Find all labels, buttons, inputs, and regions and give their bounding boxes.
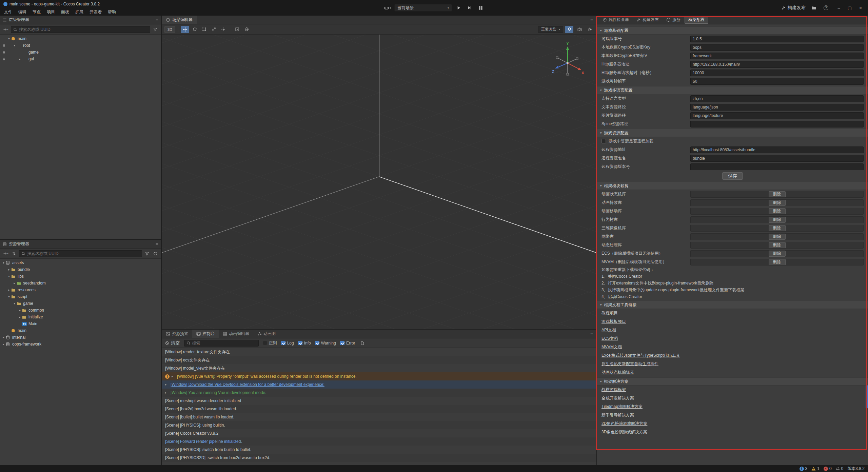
section-header-5[interactable]: ▾框架解决方案 bbox=[597, 377, 868, 386]
assets-search[interactable] bbox=[19, 250, 142, 257]
rotate-tool-button[interactable] bbox=[191, 26, 199, 33]
checkbox[interactable] bbox=[281, 341, 285, 345]
hierarchy-search[interactable] bbox=[11, 26, 150, 33]
play-button[interactable] bbox=[455, 4, 463, 12]
console-tab-2[interactable]: 动画编辑器 bbox=[219, 330, 253, 338]
expand-arrow-icon[interactable]: ▾ bbox=[1, 261, 6, 264]
expand-arrow-icon[interactable]: ▾ bbox=[7, 275, 11, 278]
expand-arrow-icon[interactable]: ▾ bbox=[7, 295, 11, 298]
doc-link[interactable]: API文档 bbox=[601, 327, 616, 333]
delete-button[interactable]: 删除 bbox=[769, 208, 786, 214]
console-log-row[interactable]: ▸[Window] Download the Vue Devtools exte… bbox=[162, 380, 596, 389]
assets-search-input[interactable] bbox=[27, 251, 140, 256]
hierarchy-search-input[interactable] bbox=[19, 27, 148, 32]
expand-arrow-icon[interactable]: ▾ bbox=[12, 302, 17, 305]
info-count[interactable]: i 3 bbox=[800, 466, 808, 471]
tree-row-script[interactable]: ▾script bbox=[0, 293, 161, 300]
panel-menu-icon[interactable]: ≡ bbox=[587, 330, 596, 338]
tree-row-root[interactable]: ▾root bbox=[0, 42, 161, 49]
tree-row-game[interactable]: game bbox=[0, 49, 161, 56]
doc-link[interactable]: Excel格式转Json文件与TypeScript代码工具 bbox=[601, 353, 680, 358]
notification-count[interactable]: 0 bbox=[836, 466, 844, 471]
property-input[interactable] bbox=[690, 70, 864, 76]
checkbox[interactable] bbox=[298, 341, 302, 345]
tree-row-initialize[interactable]: ▸initialize bbox=[0, 314, 161, 320]
console-log-row[interactable]: [Scene] [box2d]:box2d wasm lib loaded. bbox=[162, 405, 596, 413]
checkbox[interactable] bbox=[315, 341, 319, 345]
menu-item-0[interactable]: 文件 bbox=[1, 8, 15, 16]
console-filter-0[interactable]: 正则 bbox=[263, 340, 277, 346]
console-log-row[interactable]: [Window] render_texture文件夹存在 bbox=[162, 348, 596, 356]
menu-item-4[interactable]: 面板 bbox=[58, 8, 72, 16]
scene-light-toggle[interactable] bbox=[565, 26, 573, 33]
open-log-file-button[interactable] bbox=[359, 340, 366, 347]
scene-camera-button[interactable] bbox=[575, 26, 584, 33]
menu-item-6[interactable]: 开发者 bbox=[86, 8, 105, 16]
property-input[interactable] bbox=[690, 53, 864, 59]
console-search[interactable] bbox=[184, 340, 259, 347]
scale-tool-button[interactable] bbox=[210, 26, 218, 33]
property-input[interactable] bbox=[690, 112, 864, 119]
create-node-button[interactable]: ▾ bbox=[3, 26, 9, 33]
rect-tool-button[interactable] bbox=[200, 26, 208, 33]
tree-row-main[interactable]: main bbox=[0, 327, 161, 334]
tree-row-oops-framework[interactable]: ▸oops-framework bbox=[0, 341, 161, 348]
delete-button[interactable]: 删除 bbox=[769, 200, 786, 206]
refresh-assets-button[interactable] bbox=[152, 250, 158, 257]
panel-menu-icon[interactable]: ≡ bbox=[156, 17, 158, 23]
console-log-row[interactable]: [Scene] [bullet]:bullet wasm lib loaded. bbox=[162, 413, 596, 421]
delete-button[interactable]: 删除 bbox=[769, 234, 786, 240]
build-publish-button[interactable]: 构建发布 bbox=[781, 5, 806, 11]
log-expand-arrow-icon[interactable]: ▸ bbox=[172, 375, 175, 378]
tree-row-gui[interactable]: ▸gui bbox=[0, 56, 161, 62]
console-tab-0[interactable]: 资源预览 bbox=[162, 330, 192, 338]
console-log-row[interactable]: [Window] model_view文件夹存在 bbox=[162, 364, 596, 372]
hierarchy-filter-button[interactable] bbox=[152, 26, 158, 33]
console-log-row[interactable]: ▸[Window] You are running Vue in develop… bbox=[162, 389, 596, 397]
doc-link[interactable]: Tiledmap地图解决方案 bbox=[601, 404, 643, 410]
inspector-tab-0[interactable]: 属性检查器 bbox=[599, 16, 632, 24]
sort-assets-button[interactable] bbox=[11, 250, 17, 257]
doc-link[interactable]: MVVM文档 bbox=[601, 344, 622, 350]
property-input[interactable] bbox=[690, 163, 864, 170]
delete-button[interactable]: 删除 bbox=[769, 225, 786, 231]
property-input[interactable] bbox=[690, 95, 864, 102]
tree-row-main[interactable]: ▾main bbox=[0, 35, 161, 42]
close-button[interactable]: × bbox=[856, 5, 865, 11]
panel-menu-icon[interactable]: ≡ bbox=[587, 16, 596, 24]
section-header-3[interactable]: ▾框架模块裁剪 bbox=[597, 182, 868, 190]
help-button[interactable]: ? bbox=[822, 4, 830, 12]
console-log-row[interactable]: [Window] ecs文件夹存在 bbox=[162, 356, 596, 364]
console-log-row[interactable]: [Scene] Cocos Creator v3.8.2 bbox=[162, 429, 596, 437]
expand-arrow-icon[interactable]: ▸ bbox=[7, 288, 11, 292]
tree-row-bundle[interactable]: ▸bundle bbox=[0, 266, 161, 273]
expand-arrow-icon[interactable]: ▸ bbox=[7, 268, 11, 271]
preview-device-button[interactable]: ▾ bbox=[383, 4, 392, 12]
tree-row-resources[interactable]: ▸resources bbox=[0, 287, 161, 293]
expand-arrow-icon[interactable]: ▾ bbox=[12, 44, 17, 47]
assets-filter-button[interactable] bbox=[144, 250, 150, 257]
doc-link[interactable]: 战棋游戏框架 bbox=[601, 387, 626, 393]
doc-link[interactable]: 教程项目 bbox=[601, 310, 618, 316]
doc-link[interactable]: 新手引导解决方案 bbox=[601, 412, 634, 418]
create-asset-button[interactable]: ▾ bbox=[3, 250, 9, 257]
property-input[interactable] bbox=[690, 36, 864, 42]
open-project-folder-button[interactable] bbox=[810, 4, 818, 12]
anchor-tool-button[interactable] bbox=[219, 26, 227, 33]
delete-button[interactable]: 删除 bbox=[769, 259, 786, 265]
doc-link[interactable]: 3D角色扮演游戏解决方案 bbox=[601, 429, 647, 435]
doc-link[interactable]: 游戏模板项目 bbox=[601, 319, 626, 324]
console-filter-2[interactable]: Info bbox=[298, 340, 311, 346]
tree-row-assets[interactable]: ▾assets bbox=[0, 259, 161, 266]
tree-row-libs[interactable]: ▾libs bbox=[0, 273, 161, 280]
scene-select[interactable]: 当前场景 ▾ bbox=[394, 4, 452, 12]
expand-arrow-icon[interactable]: ▸ bbox=[1, 342, 6, 346]
console-log-row[interactable]: [Scene] meshopt wasm decoder initialized bbox=[162, 397, 596, 405]
log-expand-arrow-icon[interactable]: ▸ bbox=[165, 391, 169, 394]
pivot-toggle-button[interactable] bbox=[233, 26, 241, 33]
coordinate-space-button[interactable] bbox=[242, 26, 251, 33]
console-log-row[interactable]: [Scene] [PHYSICS]: using builtin. bbox=[162, 421, 596, 429]
section-header-2[interactable]: ▾游戏资源配置 bbox=[597, 129, 868, 137]
doc-link[interactable]: 2D角色扮演游戏解决方案 bbox=[601, 421, 647, 427]
scrollbar-thumb[interactable] bbox=[866, 385, 868, 409]
